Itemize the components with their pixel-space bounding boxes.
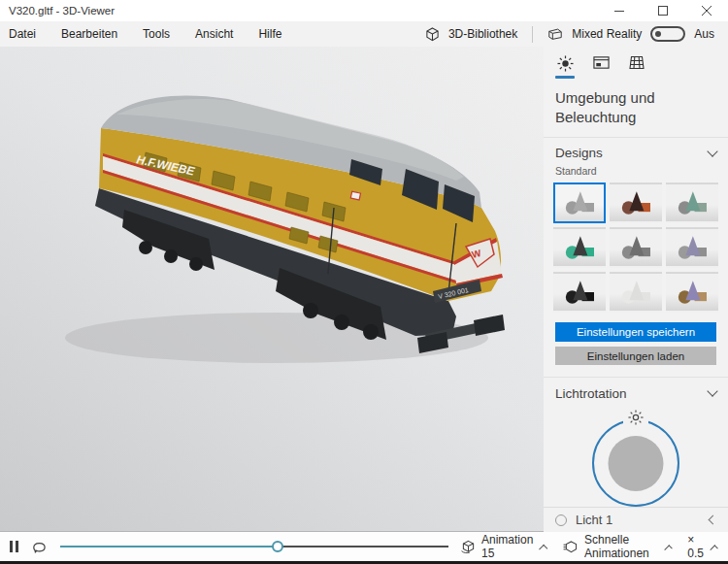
stats-window-icon bbox=[593, 55, 610, 70]
design-thumbnail-7[interactable] bbox=[553, 272, 606, 313]
close-button[interactable] bbox=[684, 0, 728, 21]
chevron-up-icon bbox=[664, 545, 673, 553]
panel-tabs bbox=[544, 47, 728, 79]
light-1-row[interactable]: Licht 1 bbox=[544, 507, 728, 532]
menu-bar: Datei Bearbeiten Tools Ansicht Hilfe 3D-… bbox=[0, 21, 728, 47]
dial-preview-sphere bbox=[609, 436, 664, 491]
maximize-button[interactable] bbox=[641, 0, 684, 21]
slider-thumb[interactable] bbox=[272, 541, 283, 552]
animation-selector[interactable]: Animation 15 bbox=[461, 533, 546, 560]
chevron-down-icon bbox=[707, 146, 717, 156]
chevron-down-icon bbox=[707, 386, 717, 397]
design-shapes bbox=[668, 184, 716, 221]
chevron-up-icon bbox=[539, 545, 547, 553]
speed-selector[interactable]: × 0.5 bbox=[687, 533, 716, 560]
tab-stats[interactable] bbox=[591, 55, 611, 79]
minimize-icon bbox=[614, 6, 624, 16]
animation-label: Animation 15 bbox=[481, 533, 535, 560]
light-1-label: Licht 1 bbox=[576, 513, 701, 527]
fast-animations-selector[interactable]: Schnelle Animationen bbox=[563, 533, 671, 560]
toggle-knob bbox=[655, 31, 661, 37]
speed-label: × 0.5 bbox=[687, 533, 706, 560]
design-shapes bbox=[555, 229, 604, 266]
mixed-reality-state: Aus bbox=[694, 27, 714, 41]
design-shapes bbox=[612, 274, 660, 311]
design-thumbnail-9[interactable] bbox=[666, 272, 718, 313]
3d-viewport[interactable]: W V 320 001 H.F.WIEBE bbox=[0, 47, 544, 532]
grid-icon bbox=[629, 55, 645, 70]
minimize-button[interactable] bbox=[597, 0, 641, 21]
design-thumbnail-6[interactable] bbox=[666, 227, 718, 268]
animation-icon bbox=[461, 540, 476, 553]
load-settings-button[interactable]: Einstellungen laden bbox=[555, 347, 716, 365]
mixed-reality-label: Mixed Reality bbox=[572, 27, 642, 41]
pause-button[interactable] bbox=[10, 541, 18, 552]
fast-animations-icon bbox=[563, 541, 579, 553]
3d-library-button[interactable]: 3D-Bibliothek bbox=[448, 27, 517, 41]
close-icon bbox=[702, 6, 711, 16]
light-indicator-icon bbox=[555, 514, 567, 526]
menu-bearbeiten[interactable]: Bearbeiten bbox=[49, 21, 130, 47]
sun-handle-icon[interactable] bbox=[623, 410, 648, 428]
mixed-reality-icon bbox=[547, 27, 563, 41]
light-rotation-label: Lichtrotation bbox=[555, 386, 627, 401]
design-shapes bbox=[612, 184, 660, 221]
design-shapes bbox=[668, 274, 716, 311]
title-bar: V320.gltf - 3D-Viewer bbox=[0, 0, 728, 21]
3d-library-cube-icon[interactable] bbox=[425, 27, 440, 42]
designs-section-header[interactable]: Designs bbox=[544, 137, 728, 163]
loop-icon[interactable] bbox=[31, 540, 48, 554]
menu-ansicht[interactable]: Ansicht bbox=[182, 21, 246, 47]
light-rotation-dial[interactable] bbox=[544, 406, 728, 507]
design-shapes bbox=[555, 184, 604, 221]
save-settings-button[interactable]: Einstellungen speichern bbox=[555, 322, 716, 341]
slider-fill bbox=[60, 546, 278, 547]
timeline-slider[interactable] bbox=[60, 540, 448, 553]
settings-panel: Umgebung und Beleuchtung Designs Standar… bbox=[544, 47, 728, 532]
design-thumbnail-3[interactable] bbox=[666, 182, 718, 223]
design-thumbnail-2[interactable] bbox=[610, 182, 662, 223]
menu-datei[interactable]: Datei bbox=[0, 21, 49, 47]
menu-hilfe[interactable]: Hilfe bbox=[246, 21, 294, 47]
chevron-left-icon[interactable] bbox=[709, 515, 718, 525]
design-thumbnail-1[interactable] bbox=[553, 182, 606, 223]
sun-icon bbox=[557, 55, 574, 72]
window-title: V320.gltf - 3D-Viewer bbox=[0, 5, 115, 17]
design-shapes bbox=[555, 274, 604, 311]
chevron-up-icon bbox=[710, 545, 718, 553]
design-shapes bbox=[612, 229, 660, 266]
maximize-icon bbox=[658, 6, 668, 16]
design-shapes bbox=[668, 229, 716, 266]
designs-group-label: Standard bbox=[544, 163, 728, 182]
mixed-reality-toggle[interactable] bbox=[650, 26, 685, 42]
menu-tools[interactable]: Tools bbox=[130, 21, 182, 47]
playback-bar: Animation 15 Schnelle Animationen × 0.5 bbox=[0, 532, 728, 561]
tab-environment-lighting[interactable] bbox=[555, 55, 575, 79]
design-thumbnail-5[interactable] bbox=[610, 227, 662, 268]
locomotive-model: W V 320 001 H.F.WIEBE bbox=[0, 47, 544, 532]
tab-grid[interactable] bbox=[627, 55, 646, 79]
panel-heading: Umgebung und Beleuchtung bbox=[544, 79, 728, 137]
design-thumbnail-8[interactable] bbox=[610, 272, 662, 313]
design-grid bbox=[544, 182, 728, 313]
design-thumbnail-4[interactable] bbox=[553, 227, 606, 268]
fast-animations-label: Schnelle Animationen bbox=[584, 533, 660, 560]
light-rotation-section-header[interactable]: Lichtrotation bbox=[544, 378, 728, 404]
designs-label: Designs bbox=[555, 146, 603, 160]
toolbar-divider bbox=[532, 26, 533, 43]
